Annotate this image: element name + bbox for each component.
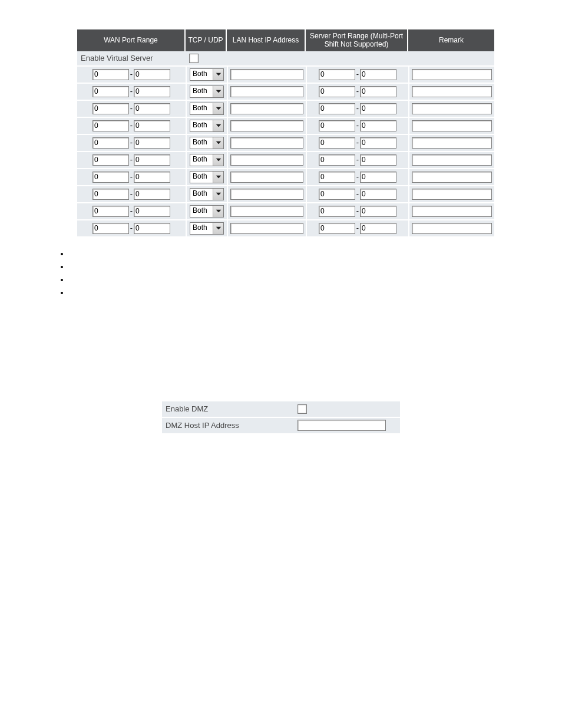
- server-port-to-input[interactable]: [360, 120, 396, 131]
- wan-port-from-input[interactable]: [92, 206, 129, 217]
- bullet-item: [70, 275, 562, 288]
- server-port-to-input[interactable]: [360, 189, 396, 200]
- dmz-ip-input[interactable]: [297, 420, 386, 431]
- wan-port-to-input[interactable]: [134, 223, 170, 234]
- wan-port-to-input[interactable]: [134, 206, 170, 217]
- protocol-value: Both: [190, 172, 213, 183]
- protocol-value: Both: [190, 189, 213, 200]
- remark-input[interactable]: [412, 206, 492, 217]
- server-port-to-input[interactable]: [360, 206, 396, 217]
- table-row: -Both-: [77, 65, 494, 83]
- remark-input[interactable]: [412, 223, 492, 234]
- server-port-from-input[interactable]: [319, 86, 355, 97]
- server-port-from-input[interactable]: [319, 120, 355, 131]
- protocol-select[interactable]: Both: [190, 171, 224, 183]
- server-port-from-input[interactable]: [319, 154, 355, 166]
- protocol-select[interactable]: Both: [190, 68, 224, 81]
- lan-ip-input[interactable]: [230, 223, 303, 234]
- server-port-from-input[interactable]: [319, 172, 355, 183]
- wan-port-from-input[interactable]: [92, 103, 129, 114]
- dash: -: [129, 206, 134, 215]
- protocol-select[interactable]: Both: [190, 120, 224, 132]
- lan-ip-input[interactable]: [230, 189, 303, 200]
- wan-port-from-input[interactable]: [92, 69, 129, 80]
- remark-input[interactable]: [412, 86, 492, 97]
- protocol-select[interactable]: Both: [190, 85, 224, 98]
- dash: -: [129, 87, 134, 95]
- protocol-select[interactable]: Both: [190, 205, 224, 218]
- server-port-from-input[interactable]: [319, 137, 355, 149]
- protocol-value: Both: [190, 69, 213, 80]
- wan-port-from-input[interactable]: [92, 223, 129, 234]
- server-port-from-input[interactable]: [319, 223, 355, 234]
- protocol-select[interactable]: Both: [190, 222, 224, 235]
- wan-port-to-input[interactable]: [134, 154, 170, 166]
- server-port-from-input[interactable]: [319, 103, 355, 114]
- col-wan-port-range: WAN Port Range: [77, 29, 186, 51]
- dash: -: [355, 155, 360, 164]
- table-row: -Both-: [77, 117, 494, 134]
- wan-port-to-input[interactable]: [134, 86, 170, 97]
- lan-ip-input[interactable]: [230, 69, 303, 80]
- dash: -: [129, 104, 134, 113]
- col-remark: Remark: [408, 29, 494, 51]
- wan-port-to-input[interactable]: [134, 103, 170, 114]
- dash: -: [129, 223, 134, 232]
- dash: -: [355, 189, 360, 198]
- remark-input[interactable]: [412, 172, 492, 183]
- dmz-table: Enable DMZ DMZ Host IP Address: [162, 401, 400, 433]
- server-port-to-input[interactable]: [360, 137, 396, 149]
- server-port-from-input[interactable]: [319, 206, 355, 217]
- wan-port-from-input[interactable]: [92, 120, 129, 131]
- server-port-to-input[interactable]: [360, 69, 396, 80]
- protocol-value: Both: [190, 86, 213, 97]
- lan-ip-input[interactable]: [230, 172, 303, 183]
- remark-input[interactable]: [412, 154, 492, 166]
- remark-input[interactable]: [412, 120, 492, 131]
- dash: -: [129, 70, 134, 78]
- server-port-to-input[interactable]: [360, 154, 396, 166]
- protocol-select[interactable]: Both: [190, 154, 224, 166]
- wan-port-to-input[interactable]: [134, 172, 170, 183]
- wan-port-from-input[interactable]: [92, 189, 129, 200]
- enable-vs-checkbox[interactable]: [189, 54, 199, 63]
- chevron-down-icon: [213, 223, 223, 234]
- wan-port-from-input[interactable]: [92, 154, 129, 166]
- protocol-select[interactable]: Both: [190, 188, 224, 200]
- protocol-value: Both: [190, 137, 213, 149]
- remark-input[interactable]: [412, 189, 492, 200]
- dash: -: [355, 104, 360, 113]
- server-port-to-input[interactable]: [360, 223, 396, 234]
- server-port-from-input[interactable]: [319, 69, 355, 80]
- chevron-down-icon: [213, 120, 223, 131]
- lan-ip-input[interactable]: [230, 206, 303, 217]
- server-port-to-input[interactable]: [360, 86, 396, 97]
- svg-marker-2: [216, 107, 221, 110]
- server-port-from-input[interactable]: [319, 189, 355, 200]
- protocol-select[interactable]: Both: [190, 103, 224, 115]
- lan-ip-input[interactable]: [230, 120, 303, 131]
- table-row: -Both-: [77, 151, 494, 168]
- lan-ip-input[interactable]: [230, 103, 303, 114]
- wan-port-to-input[interactable]: [134, 137, 170, 149]
- lan-ip-input[interactable]: [230, 137, 303, 149]
- bullet-item: [70, 249, 562, 262]
- dash: -: [129, 155, 134, 164]
- wan-port-to-input[interactable]: [134, 189, 170, 200]
- protocol-select[interactable]: Both: [190, 137, 224, 149]
- lan-ip-input[interactable]: [230, 154, 303, 166]
- wan-port-from-input[interactable]: [92, 86, 129, 97]
- remark-input[interactable]: [412, 69, 492, 80]
- wan-port-to-input[interactable]: [134, 120, 170, 131]
- wan-port-from-input[interactable]: [92, 137, 129, 149]
- remark-input[interactable]: [412, 103, 492, 114]
- enable-dmz-checkbox[interactable]: [297, 404, 307, 414]
- server-port-to-input[interactable]: [360, 103, 396, 114]
- svg-marker-9: [216, 227, 221, 230]
- lan-ip-input[interactable]: [230, 86, 303, 97]
- wan-port-to-input[interactable]: [134, 69, 170, 80]
- remark-input[interactable]: [412, 137, 492, 149]
- server-port-to-input[interactable]: [360, 172, 396, 183]
- dash: -: [129, 172, 134, 181]
- wan-port-from-input[interactable]: [92, 172, 129, 183]
